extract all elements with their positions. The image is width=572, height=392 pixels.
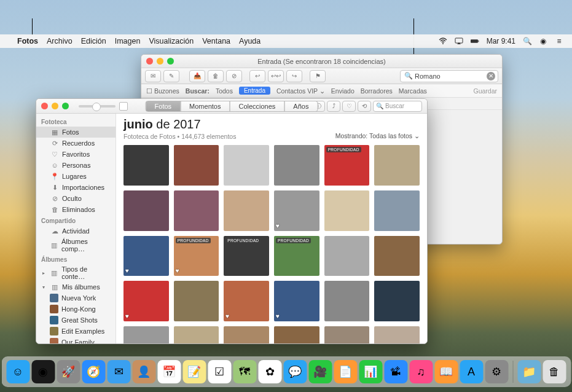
mail-titlebar[interactable]: Entrada (Se encontraron 18 coincidencias… <box>141 55 502 68</box>
favorite-button[interactable]: ♡ <box>342 101 356 112</box>
photo-thumbnail[interactable] <box>374 281 420 321</box>
dock-downloads[interactable]: 📁 <box>517 360 541 383</box>
dock-app-pages[interactable]: 📄 <box>334 360 357 383</box>
dock-app-keynote[interactable]: 📽 <box>384 360 407 383</box>
sidebar-item[interactable]: ▥Álbumes comp… <box>36 237 116 254</box>
zoom-button[interactable] <box>62 103 69 109</box>
filter-vip[interactable]: Contactos VIP ⌄ <box>276 87 325 95</box>
filter-sent[interactable]: Enviado <box>331 87 355 95</box>
zoom-button[interactable] <box>167 58 174 65</box>
photo-thumbnail[interactable] <box>174 326 219 343</box>
dock-app-launchpad[interactable]: 🚀 <box>57 360 80 383</box>
forward-button[interactable]: ↪ <box>286 70 302 82</box>
filter-drafts[interactable]: Borradores <box>361 87 393 95</box>
battery-icon[interactable] <box>471 37 479 45</box>
photo-thumbnail[interactable]: PROFUNDIDAD♥ <box>174 236 219 276</box>
zoom-slider[interactable] <box>79 105 116 108</box>
dock-app-maps[interactable]: 🗺 <box>233 360 256 383</box>
photo-thumbnail[interactable]: ♥ <box>123 236 169 276</box>
rotate-button[interactable]: ⟲ <box>358 101 371 112</box>
get-mail-button[interactable]: ✉ <box>145 70 161 82</box>
dock-app-numbers[interactable]: 📊 <box>359 360 382 383</box>
minimize-button[interactable] <box>52 103 58 109</box>
sidebar-item[interactable]: ☺Personas <box>36 160 116 171</box>
filter-all[interactable]: Todos <box>216 87 233 95</box>
showing-filter[interactable]: Mostrando: Todas las fotos ⌄ <box>335 132 420 139</box>
sidebar-item[interactable]: ▾▥Mis álbumes <box>36 281 116 292</box>
disclosure-triangle-icon[interactable]: ▸ <box>42 270 47 276</box>
reply-all-button[interactable]: ↩↩ <box>268 70 284 82</box>
photo-thumbnail[interactable] <box>224 145 269 186</box>
sidebar-item[interactable]: Hong-Kong <box>36 304 116 315</box>
menu-item[interactable]: Imagen <box>115 37 141 45</box>
photo-thumbnail[interactable] <box>123 326 169 343</box>
mailboxes-button[interactable]: ☐ Buzones <box>146 87 179 95</box>
photo-thumbnail[interactable] <box>374 190 420 231</box>
dock-app-siri[interactable]: ◉ <box>31 360 55 383</box>
dock-app-mail[interactable]: ✉ <box>107 360 130 383</box>
photos-search-field[interactable]: 🔍 Buscar <box>373 101 422 112</box>
dock-app-contacts[interactable]: 👤 <box>132 360 155 383</box>
compose-button[interactable]: ✎ <box>163 70 179 82</box>
flag-button[interactable]: ⚑ <box>310 70 326 82</box>
dock-app-notes[interactable]: 📝 <box>182 360 206 383</box>
junk-button[interactable]: ⊘ <box>226 70 242 82</box>
photo-thumbnail[interactable] <box>224 326 269 343</box>
dock-app-safari[interactable]: 🧭 <box>82 360 105 383</box>
filter-inbox[interactable]: Entrada <box>239 87 270 95</box>
sidebar-item[interactable]: Our Family <box>36 337 116 343</box>
reply-button[interactable]: ↩ <box>249 70 265 82</box>
menu-item[interactable]: Archivo <box>47 37 72 45</box>
tab-anos[interactable]: Años <box>284 101 318 112</box>
photo-thumbnail[interactable]: ♥ <box>123 281 169 321</box>
photo-thumbnail[interactable] <box>374 236 420 276</box>
archive-button[interactable]: 📥 <box>189 70 205 82</box>
dock-app-messages[interactable]: 💬 <box>283 360 307 383</box>
photo-thumbnail[interactable] <box>174 281 219 321</box>
photo-thumbnail[interactable] <box>324 190 370 231</box>
photo-thumbnail[interactable]: ♥ <box>224 281 269 321</box>
photo-thumbnail[interactable] <box>324 281 370 321</box>
tab-momentos[interactable]: Momentos <box>180 101 230 112</box>
sidebar-item[interactable]: ☁Actividad <box>36 225 116 237</box>
photo-thumbnail[interactable] <box>274 326 319 343</box>
photo-thumbnail[interactable]: ♥ <box>274 281 319 321</box>
sidebar-item[interactable]: 🗑Eliminados <box>36 204 116 215</box>
photo-thumbnail[interactable] <box>123 190 169 231</box>
photo-thumbnail[interactable] <box>174 145 219 186</box>
dock-app-preferences[interactable]: ⚙ <box>485 360 508 383</box>
photo-thumbnail[interactable] <box>374 145 420 186</box>
menu-item[interactable]: Ventana <box>202 37 230 45</box>
dock-app-itunes[interactable]: ♫ <box>409 360 433 383</box>
sidebar-item[interactable]: Nueva York <box>36 292 116 304</box>
dock-app-appstore[interactable]: A <box>460 360 483 383</box>
photos-content[interactable]: junio de 2017 Fototeca de Fotos • 144,67… <box>116 114 427 343</box>
photo-thumbnail[interactable] <box>123 145 169 186</box>
dock-app-finder[interactable]: ☺ <box>6 360 29 383</box>
clear-search-button[interactable]: ✕ <box>487 72 495 80</box>
dock-app-photos[interactable]: ✿ <box>258 360 281 383</box>
sidebar-item[interactable]: 📍Lugares <box>36 171 116 182</box>
airplay-icon[interactable] <box>455 37 463 45</box>
filter-flagged[interactable]: Marcadas <box>399 87 427 95</box>
photo-thumbnail[interactable] <box>374 326 420 343</box>
dock-app-calendar[interactable]: 📅 <box>157 360 181 383</box>
spotlight-icon[interactable]: 🔍 <box>523 37 531 45</box>
menu-item[interactable]: Edición <box>81 37 106 45</box>
disclosure-triangle-icon[interactable]: ▾ <box>42 284 47 290</box>
wifi-icon[interactable] <box>439 37 447 45</box>
photo-thumbnail[interactable]: PROFUNDIDAD <box>224 236 269 276</box>
sidebar-item[interactable]: Edit Examples <box>36 326 116 337</box>
sidebar-item[interactable]: ♡Favoritos <box>36 149 116 160</box>
minimize-button[interactable] <box>157 58 163 65</box>
photo-thumbnail[interactable] <box>324 236 370 276</box>
close-button[interactable] <box>146 58 153 65</box>
menubar-clock[interactable]: Mar 9:41 <box>487 37 515 45</box>
menu-item[interactable]: Visualización <box>149 37 194 45</box>
dock-app-reminders[interactable]: ☑ <box>208 360 231 383</box>
dock-trash[interactable]: 🗑 <box>543 360 566 383</box>
app-menu[interactable]: Fotos <box>17 37 38 45</box>
save-search-button[interactable]: Guardar <box>473 87 497 95</box>
dock-app-facetime[interactable]: 🎥 <box>308 360 332 383</box>
notification-center-icon[interactable]: ≡ <box>555 37 563 45</box>
